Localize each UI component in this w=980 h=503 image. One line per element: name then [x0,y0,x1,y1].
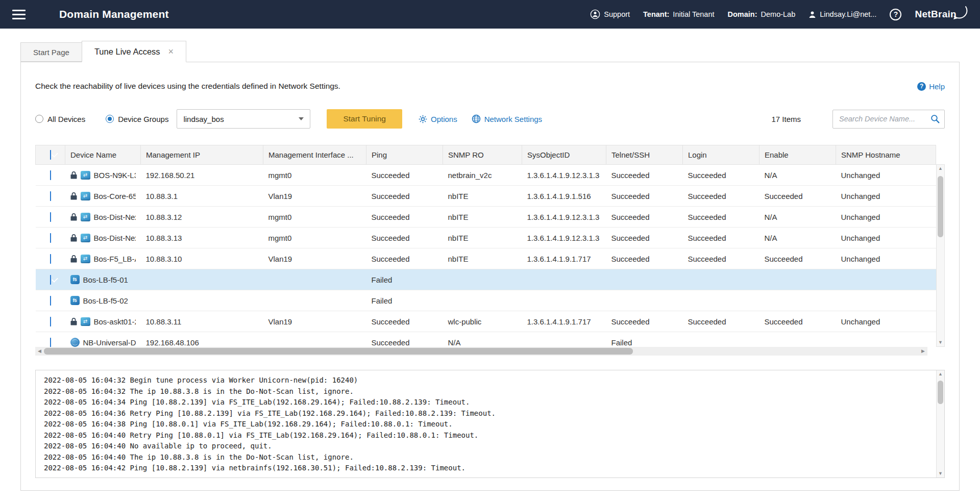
table-row[interactable]: Bos-LB-f5-02 Failed [36,290,936,311]
device-table-body: BOS-N9K-L3 192.168.50.21 mgmt0 Succeeded… [36,165,936,347]
cell-ping: Succeeded [366,311,443,332]
support-link[interactable]: Support [590,9,630,19]
search-icon[interactable] [930,114,940,123]
log-line: 2022-08-05 16:04:38 Ping [10.88.0.1] via… [44,419,929,430]
cell-management-interface [263,290,366,311]
cell-telnet-ssh: Succeeded [606,165,683,186]
cell-enable: Succeeded [760,248,836,269]
table-row[interactable]: Bos-LB-f5-01 Failed [36,269,936,290]
row-checkbox[interactable] [50,254,51,264]
lock-icon [70,171,77,179]
cell-management-ip: 10.88.3.10 [141,248,263,269]
row-checkbox[interactable] [50,233,51,243]
cell-telnet-ssh: Succeeded [606,228,683,248]
close-tab-icon[interactable]: × [168,47,174,56]
device-icon [70,338,80,347]
radio-checked-icon[interactable] [106,115,114,123]
column-header-snmp-ro[interactable]: SNMP RO [443,145,522,165]
log-vertical-scrollbar[interactable]: ▲ ▼ [936,370,945,478]
column-header-snmp-hostname[interactable]: SNMP Hostname [836,145,936,165]
select-all-checkbox[interactable] [50,150,51,160]
column-header-device-name[interactable]: Device Name [65,145,141,165]
log-vscroll-thumb[interactable] [938,381,943,404]
table-vscroll-thumb[interactable] [938,176,943,237]
row-checkbox[interactable] [50,296,51,306]
user-menu[interactable]: Lindsay.Li@net... [808,10,876,18]
tab-tune-live-access[interactable]: Tune Live Access × [82,41,186,62]
column-header-telnet-ssh[interactable]: Telnet/SSH [606,145,683,165]
column-header-management-interface[interactable]: Management Interface ... [263,145,366,165]
table-row[interactable]: Bos-Core-65 10.88.3.1 Vlan19 Succeeded n… [36,186,936,207]
device-groups-label: Device Groups [118,115,168,123]
cell-ping: Succeeded [366,207,443,228]
help-icon[interactable]: ? [890,9,901,20]
table-row[interactable]: NB-Universal-DL 192.168.48.106 Succeeded… [36,332,936,347]
cell-snmp-hostname: Unchanged [836,207,936,228]
cell-telnet-ssh [606,269,683,290]
device-name: Bos-LB-f5-02 [83,296,128,305]
domain-label: Domain: [728,10,757,18]
device-table-area: Device Name Management IP Management Int… [35,145,945,356]
table-row[interactable]: Bos-F5_LB-A 10.88.3.10 Vlan19 Succeeded … [36,248,936,269]
tab-label: Start Page [33,48,69,57]
table-horizontal-scrollbar[interactable]: ◀ ▶ [35,347,927,356]
cell-management-ip: 10.88.3.12 [141,207,263,228]
table-row[interactable]: Bos-Dist-Nex 10.88.3.13 mgmt0 Succeeded … [36,228,936,248]
scroll-up-icon[interactable]: ▲ [938,166,943,171]
row-checkbox[interactable] [50,191,51,201]
tab-start-page[interactable]: Start Page [20,42,82,62]
scroll-right-icon[interactable]: ▶ [921,349,925,354]
all-devices-label: All Devices [47,115,85,123]
lock-icon [70,192,77,200]
lock-icon [70,255,77,263]
cell-telnet-ssh: Succeeded [606,311,683,332]
cell-enable: N/A [760,207,836,228]
network-settings-link[interactable]: Network Settings [472,114,542,123]
cell-management-ip [141,269,263,290]
cell-snmp-hostname: Unchanged [836,248,936,269]
column-header-enable[interactable]: Enable [760,145,836,165]
table-vertical-scrollbar[interactable]: ▲ ▼ [936,164,945,347]
row-checkbox[interactable] [50,317,51,326]
scroll-down-icon[interactable]: ▼ [938,471,943,476]
logo-swoosh-icon [953,5,968,21]
device-name: Bos-LB-f5-01 [83,275,128,284]
start-tuning-button[interactable]: Start Tuning [327,109,402,129]
column-header-management-ip[interactable]: Management IP [141,145,263,165]
row-checkbox[interactable] [50,170,51,180]
cell-login [683,269,760,290]
device-groups-radio[interactable]: Device Groups [106,115,168,123]
column-header-sysobjectid[interactable]: SysObjectID [522,145,606,165]
domain-info[interactable]: Domain: Demo-Lab [728,10,796,18]
table-row[interactable]: BOS-N9K-L3 192.168.50.21 mgmt0 Succeeded… [36,165,936,186]
cell-sysobjectid: 1.3.6.1.4.1.9.1.717 [522,311,606,332]
row-checkbox[interactable] [50,338,51,347]
search-input[interactable] [832,110,945,129]
table-header-row: Device Name Management IP Management Int… [36,145,936,165]
all-devices-radio[interactable]: All Devices [35,115,85,123]
column-header-login[interactable]: Login [683,145,760,165]
help-link[interactable]: ? Help [917,82,945,91]
scroll-down-icon[interactable]: ▼ [938,340,943,345]
row-checkbox[interactable] [50,212,51,222]
cell-management-interface: Vlan19 [263,248,366,269]
column-header-ping[interactable]: Ping [366,145,443,165]
tenant-info[interactable]: Tenant: Initial Tenant [643,10,714,18]
log-line: 2022-08-05 16:04:34 Ping [10.88.2.139] v… [44,397,929,408]
scroll-left-icon[interactable]: ◀ [38,349,41,354]
cell-ping: Succeeded [366,248,443,269]
table-row[interactable]: Bos-askt01-2 10.88.3.11 Vlan19 Succeeded… [36,311,936,332]
row-checkbox[interactable] [50,275,51,285]
menu-icon[interactable] [12,10,26,19]
table-hscroll-thumb[interactable] [44,348,633,355]
device-group-select[interactable]: lindsay_bos [177,109,310,129]
cell-login: Succeeded [683,186,760,207]
radio-unchecked-icon[interactable] [35,115,43,123]
scroll-up-icon[interactable]: ▲ [938,372,943,376]
log-lines: 2022-08-05 16:04:32 Begin tune process v… [44,375,929,474]
options-link[interactable]: Options [419,115,457,123]
device-icon [81,317,90,326]
table-row[interactable]: Bos-Dist-Nex 10.88.3.12 mgmt0 Succeeded … [36,207,936,228]
help-label: Help [929,82,945,91]
log-line: 2022-08-05 16:04:32 The ip 10.88.3.8 is … [44,386,929,397]
